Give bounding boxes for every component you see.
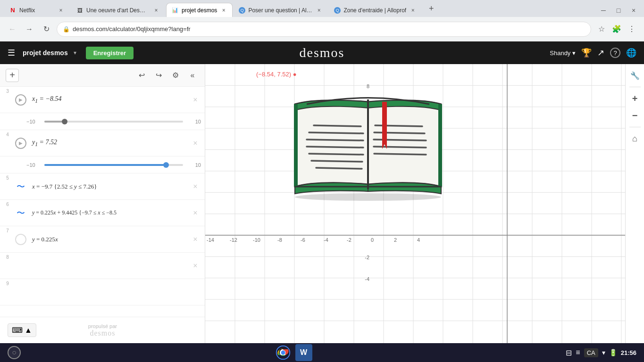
save-button[interactable]: Enregistrer — [86, 47, 134, 59]
screen-icon[interactable]: ⊟ — [566, 348, 572, 357]
svg-line-58 — [374, 140, 426, 140]
expr-content-5[interactable]: x = −9.7 {2.52 ≤ y ≤ 7.26} — [30, 179, 190, 194]
more-icon[interactable]: ⋮ — [625, 23, 638, 36]
window-minimize[interactable]: ─ — [597, 4, 610, 17]
tab-alloprof1[interactable]: Q Poser une question | Alloprof × — [234, 3, 328, 17]
play-icon-4[interactable]: ▶ — [13, 136, 28, 151]
tab-alloprof2[interactable]: Q Zone d'entraide | Alloprof × — [329, 3, 422, 17]
delete-expr-3[interactable]: × — [190, 94, 201, 106]
svg-point-45 — [295, 193, 441, 201]
expr-content-8[interactable] — [11, 262, 190, 270]
chrome-app[interactable] — [275, 344, 292, 361]
delete-expr-7[interactable]: × — [190, 234, 201, 245]
home-button[interactable]: ⌂ — [627, 131, 643, 146]
delete-expr-4[interactable]: × — [190, 138, 201, 149]
toolbar-separator — [629, 87, 641, 87]
tab-alloprof2-close[interactable]: × — [409, 7, 417, 14]
delete-expr-5[interactable]: × — [190, 181, 201, 192]
svg-line-50 — [309, 132, 363, 133]
svg-text:-12: -12 — [230, 237, 237, 243]
zoom-out-button[interactable]: − — [627, 108, 643, 123]
back-button[interactable]: ← — [6, 23, 19, 36]
globe-icon[interactable]: 🌐 — [626, 48, 636, 58]
right-toolbar: 🔧 + − ⌂ — [625, 64, 644, 343]
row-number-7: 7 — [4, 226, 11, 233]
netflix-favicon: N — [9, 7, 17, 14]
help-icon[interactable]: ? — [610, 48, 620, 58]
keyboard-chevron: ▲ — [25, 326, 32, 335]
trophy-icon[interactable]: 🏆 — [581, 48, 592, 58]
svg-line-53 — [309, 154, 363, 155]
svg-line-60 — [374, 154, 426, 155]
collapse-button[interactable]: « — [186, 69, 199, 82]
svg-line-54 — [311, 161, 362, 162]
svg-line-49 — [314, 125, 361, 126]
zoom-in-button[interactable]: + — [627, 91, 643, 106]
expr-content-4[interactable]: y1 = 7.52 — [30, 135, 190, 151]
tab-netflix[interactable]: N Netflix × — [4, 3, 70, 17]
expr-content-9[interactable] — [11, 288, 201, 296]
taskbar-start[interactable]: ○ — [8, 346, 21, 359]
expr-content-7[interactable]: y = 0.225x — [30, 232, 190, 247]
expression-row-8: 8 × — [0, 253, 205, 279]
wave-icon-5: 〜 — [13, 179, 28, 194]
extension-icon[interactable]: 🧩 — [610, 23, 623, 36]
expression-list: 3 ▶ x1 = −8.54 × −10 — [0, 87, 205, 317]
expr-content-6[interactable]: y = 0.225x + 9.4425 {−9.7 ≤ x ≤ −8.5 — [30, 206, 190, 220]
expression-row-3: 3 ▶ x1 = −8.54 × — [0, 87, 205, 113]
keyboard-button[interactable]: ⌨ ▲ — [8, 323, 36, 337]
tab-alloprof1-close[interactable]: × — [315, 7, 323, 14]
wifi-icon: ▾ — [602, 349, 605, 356]
word-app[interactable]: W — [295, 344, 312, 361]
expression-row-7: 7 y = 0.225x × — [0, 226, 205, 253]
keyboard-icon: ⌨ — [12, 326, 23, 335]
svg-text:-8: -8 — [277, 237, 282, 243]
forward-button[interactable]: → — [23, 23, 36, 36]
add-expression-button[interactable]: + — [6, 69, 19, 82]
hamburger-menu[interactable]: ☰ — [8, 48, 15, 58]
delete-expr-6[interactable]: × — [190, 207, 201, 219]
url-bar[interactable]: 🔒 desmos.com/calculator/0qljixqmme?lang=… — [57, 22, 591, 37]
undo-button[interactable]: ↩ — [135, 69, 148, 82]
tab-desmos-close[interactable]: × — [220, 7, 227, 14]
expr-content-3[interactable]: x1 = −8.54 — [30, 91, 190, 108]
window-maximize[interactable]: □ — [612, 4, 625, 17]
slider-4[interactable] — [44, 164, 183, 166]
graph-area[interactable]: -14 -12 -10 -8 -6 -4 -2 0 2 4 8 6 4 2 -2 — [205, 64, 625, 343]
expression-row-4: 4 ▶ y1 = 7.52 × — [0, 130, 205, 156]
project-name: projet desmos — [23, 49, 68, 57]
tab-desmos[interactable]: 📊 projet desmos × — [166, 3, 233, 17]
settings-button[interactable]: ⚙ — [169, 69, 182, 82]
delete-expr-8[interactable]: × — [190, 260, 201, 272]
alloprof2-favicon: Q — [334, 7, 341, 14]
tab-alloprof2-title: Zone d'entraide | Alloprof — [343, 7, 406, 14]
user-name[interactable]: Shandy ▾ — [550, 49, 576, 57]
svg-text:2: 2 — [394, 237, 397, 243]
tab-art[interactable]: 🖼 Une oeuvre d'art Desmos × — [71, 3, 165, 17]
menu-tray-icon[interactable]: ≡ — [576, 348, 580, 357]
circle-icon-7 — [13, 232, 28, 247]
desmos-header: ☰ projet desmos ▾ Enregistrer desmos Sha… — [0, 41, 644, 64]
svg-text:-4: -4 — [324, 237, 328, 243]
new-tab-button[interactable]: + — [425, 2, 438, 15]
tab-netflix-title: Netflix — [19, 7, 54, 14]
window-close[interactable]: × — [627, 4, 640, 17]
project-dropdown[interactable]: ▾ — [74, 49, 76, 56]
expression-panel: + ↩ ↪ ⚙ « 3 ▶ x1 = — [0, 64, 205, 343]
bookmark-icon[interactable]: ☆ — [595, 23, 608, 36]
svg-text:4: 4 — [417, 237, 420, 243]
taskbar-right: ⊟ ≡ CA ▾ 🔋 21:56 — [566, 348, 636, 357]
svg-line-55 — [316, 168, 362, 169]
wrench-button[interactable]: 🔧 — [627, 68, 643, 83]
app-content: ☰ projet desmos ▾ Enregistrer desmos Sha… — [0, 41, 644, 343]
refresh-button[interactable]: ↻ — [40, 23, 53, 36]
tab-netflix-close[interactable]: × — [57, 7, 65, 14]
share-icon[interactable]: ↗ — [597, 48, 604, 58]
play-icon-3[interactable]: ▶ — [13, 92, 28, 107]
svg-line-59 — [374, 147, 426, 148]
slider-3[interactable] — [44, 121, 183, 123]
expression-toolbar: + ↩ ↪ ⚙ « — [0, 64, 205, 87]
tab-art-close[interactable]: × — [152, 7, 160, 14]
redo-button[interactable]: ↪ — [152, 69, 165, 82]
row-number-5: 5 — [4, 173, 11, 181]
